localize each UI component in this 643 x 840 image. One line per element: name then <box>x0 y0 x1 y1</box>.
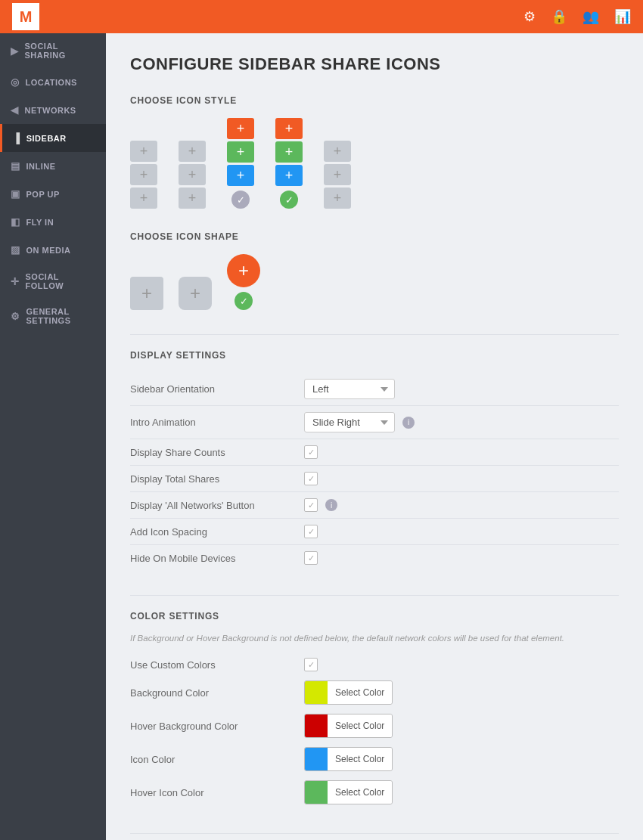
sidebar-label-fly-in: Fly In <box>26 218 54 227</box>
color-settings-label: Color Settings <box>130 611 619 621</box>
icon-style-option-5[interactable]: + + + <box>324 141 351 209</box>
sidebar-label-on-media: On Media <box>26 246 71 255</box>
hover-icon-color-select-text: Select Color <box>328 781 392 804</box>
sidebar-item-popup[interactable]: ▣ Pop Up <box>0 180 106 208</box>
hover-icon-color-label: Hover Icon Color <box>130 787 297 798</box>
icon-style-option-2[interactable]: + + + <box>179 141 206 209</box>
sidebar-item-sidebar[interactable]: ▐ Sidebar <box>0 124 106 152</box>
page-title: Configure Sidebar Share Icons <box>130 54 619 74</box>
sidebar-item-social-follow[interactable]: ✛ Social Follow <box>0 264 106 299</box>
hover-icon-color-picker[interactable]: Select Color <box>304 780 393 804</box>
shape-btn-circle: + <box>227 254 260 287</box>
icon-style-option-1[interactable]: + + + <box>130 141 157 209</box>
sidebar-label-networks: Networks <box>25 106 76 115</box>
icon-btn-5c: + <box>324 188 351 209</box>
display-all-networks-checkbox[interactable]: ✓ <box>304 498 318 512</box>
icon-btn-3c: + <box>227 165 254 186</box>
bg-color-picker[interactable]: Select Color <box>304 680 393 705</box>
icon-style-option-4[interactable]: + + + ✓ <box>275 118 303 209</box>
choose-icon-shape-label: Choose Icon Shape <box>130 231 619 242</box>
sidebar-item-inline[interactable]: ▤ Inline <box>0 152 106 180</box>
settings-row-add-icon-spacing: Add Icon Spacing ✓ <box>130 519 619 545</box>
hover-bg-color-picker[interactable]: Select Color <box>304 714 393 738</box>
settings-icon[interactable]: ⚙ <box>523 8 536 25</box>
social-sharing-icon: ▶ <box>11 45 19 57</box>
choose-icon-style-label: Choose Icon Style <box>130 95 619 106</box>
add-icon-spacing-checkbox[interactable]: ✓ <box>304 525 318 538</box>
icon-btn-3a: + <box>227 118 254 139</box>
use-custom-colors-label: Use Custom Colors <box>130 659 297 671</box>
sidebar-item-social-sharing[interactable]: ▶ Social Sharing <box>0 33 106 68</box>
sidebar-label-general-settings: General Settings <box>26 307 96 325</box>
inline-icon: ▤ <box>11 160 20 172</box>
layout: ▶ Social Sharing ◎ Locations ◀ Networks … <box>0 33 643 840</box>
sidebar: ▶ Social Sharing ◎ Locations ◀ Networks … <box>0 33 106 840</box>
display-total-shares-label: Display Total Shares <box>130 473 297 485</box>
sidebar-label-locations: Locations <box>26 78 77 87</box>
use-custom-colors-row: Use Custom Colors ✓ <box>130 653 619 676</box>
icon-btn-5a: + <box>324 141 351 162</box>
icon-color-picker[interactable]: Select Color <box>304 747 393 771</box>
icon-btn-5b: + <box>324 164 351 185</box>
icon-stack-2: + + + <box>179 141 206 209</box>
chart-icon[interactable]: 📊 <box>614 8 631 25</box>
sidebar-item-on-media[interactable]: ▨ On Media <box>0 236 106 264</box>
icon-color-label: Icon Color <box>130 754 297 765</box>
color-settings-note: If Background or Hover Background is not… <box>130 634 619 643</box>
shape-option-circle[interactable]: + ✓ <box>227 254 260 310</box>
section-divider-1 <box>130 334 619 335</box>
sidebar-label-inline: Inline <box>26 162 56 171</box>
display-settings-label: Display Settings <box>130 350 619 361</box>
hide-mobile-checkbox[interactable]: ✓ <box>304 551 318 565</box>
shape-option-square[interactable]: + <box>130 277 163 310</box>
icon-color-row: Icon Color Select Color <box>130 742 619 776</box>
icon-style-row: + + + + + + + + + ✓ <box>130 118 619 209</box>
icon-btn-1c: + <box>130 188 157 209</box>
check-circle-4: ✓ <box>280 191 298 209</box>
color-settings-section: Color Settings If Background or Hover Ba… <box>130 611 619 809</box>
hover-icon-color-swatch <box>305 781 328 804</box>
bg-color-label: Background Color <box>130 687 297 699</box>
icon-stack-5: + + + <box>324 141 351 209</box>
intro-animation-info-icon[interactable]: i <box>402 417 415 429</box>
display-all-networks-info-icon[interactable]: i <box>325 499 337 511</box>
display-share-counts-checkbox[interactable]: ✓ <box>304 445 318 459</box>
hover-bg-color-select-text: Select Color <box>328 714 392 737</box>
icon-stack-3: + + + <box>227 118 254 186</box>
sidebar-item-general-settings[interactable]: ⚙ General Settings <box>0 299 106 333</box>
settings-row-hide-mobile: Hide On Mobile Devices ✓ <box>130 545 619 571</box>
sidebar-item-networks[interactable]: ◀ Networks <box>0 96 106 124</box>
sidebar-orientation-select[interactable]: LeftRight <box>304 379 395 399</box>
icon-style-option-3[interactable]: + + + ✓ <box>227 118 254 209</box>
icon-btn-4b: + <box>275 141 303 163</box>
networks-icon: ◀ <box>11 104 19 116</box>
shape-btn-square: + <box>130 277 163 310</box>
hide-mobile-label: Hide On Mobile Devices <box>130 553 297 564</box>
hover-icon-color-row: Hover Icon Color Select Color <box>130 776 619 809</box>
section-divider-2 <box>130 595 619 596</box>
hover-bg-color-row: Hover Background Color Select Color <box>130 709 619 742</box>
use-custom-colors-checkbox[interactable]: ✓ <box>304 658 318 671</box>
app-logo: M <box>12 3 39 30</box>
lock-icon[interactable]: 🔒 <box>551 8 567 25</box>
settings-row-display-total-shares: Display Total Shares ✓ <box>130 466 619 492</box>
popup-icon: ▣ <box>11 188 20 200</box>
social-follow-icon: ✛ <box>11 276 20 287</box>
intro-animation-select[interactable]: Slide RightFade InNone <box>304 412 395 432</box>
check-circle-3: ✓ <box>231 191 250 209</box>
add-icon-spacing-label: Add Icon Spacing <box>130 526 297 538</box>
display-total-shares-checkbox[interactable]: ✓ <box>304 472 318 485</box>
intro-animation-label: Intro Animation <box>130 417 297 428</box>
icon-stack-1: + + + <box>130 141 157 209</box>
sidebar-item-fly-in[interactable]: ◧ Fly In <box>0 208 106 236</box>
sidebar-label-social-follow: Social Follow <box>26 272 96 290</box>
sidebar-item-locations[interactable]: ◎ Locations <box>0 68 106 96</box>
icon-btn-4a: + <box>275 118 303 139</box>
sidebar-icon: ▐ <box>13 132 20 144</box>
shape-option-rounded[interactable]: + <box>179 277 212 310</box>
display-settings-section: Display Settings Sidebar Orientation Lef… <box>130 350 619 571</box>
users-icon[interactable]: 👥 <box>582 8 599 25</box>
general-settings-icon: ⚙ <box>11 311 20 322</box>
sidebar-orientation-label: Sidebar Orientation <box>130 383 297 395</box>
sidebar-label-popup: Pop Up <box>26 190 60 199</box>
